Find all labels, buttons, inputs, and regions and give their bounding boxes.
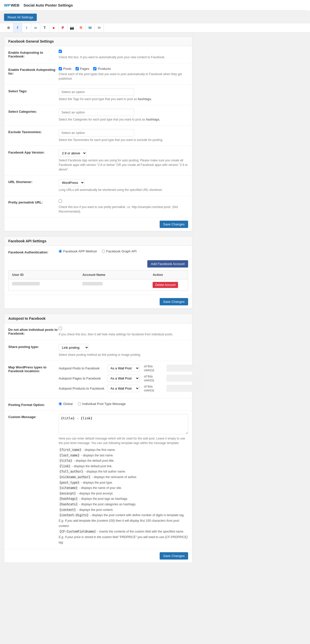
pretty-permalink-field: Check this box if you want to use pretty…: [59, 199, 188, 214]
autopost-save-button[interactable]: Save Changes: [160, 552, 188, 560]
url-shortener-select[interactable]: WordPress Bit.ly None: [59, 179, 85, 186]
posting-individual-radio[interactable]: [78, 402, 81, 405]
logo-wp: WP: [4, 3, 10, 7]
page-title: Social Auto Poster Settings: [23, 3, 73, 7]
select-tags-desc: Select the Tags for each post type that …: [59, 97, 188, 101]
tab-linkedin[interactable]: in: [31, 23, 40, 32]
auth-graph-label: Facebook Graph API: [106, 249, 137, 253]
posting-global-radio[interactable]: [59, 402, 62, 405]
posting-individual-label: Individual Post Type Message: [82, 402, 126, 406]
facebook-general-settings-card: Facebook General Settings Enable Autopos…: [4, 37, 192, 231]
tab-pinterest[interactable]: P: [58, 23, 67, 32]
posts-checkbox[interactable]: [59, 67, 62, 70]
userid-header: User ID: [9, 270, 79, 279]
tag-first-name: {first_name} - displays the first name.: [59, 447, 188, 453]
enable-autoposting-row: Enable Autoposting to Facebook: Check th…: [4, 46, 192, 63]
custom-message-field: {title} - {link} Here you can enter defa…: [59, 414, 188, 545]
tab-all[interactable]: ⚙: [4, 23, 13, 32]
map-products-row: Autopost Products to Facebook As a Wall …: [59, 385, 203, 392]
tab-youtube[interactable]: ▶: [49, 23, 58, 32]
delete-account-button[interactable]: Delete Account: [153, 282, 178, 288]
share-type-field: Link posting Image posting Select share …: [59, 344, 188, 357]
products-checkbox[interactable]: [93, 67, 96, 70]
select-tags-input[interactable]: [59, 88, 134, 96]
auth-app-radio[interactable]: [59, 250, 62, 253]
map-pages-user-selector[interactable]: [166, 375, 203, 382]
enable-for-desc: Check each of the post types that you wa…: [59, 72, 188, 81]
map-pages-select[interactable]: As a Wall Post As a Page Post: [107, 375, 140, 382]
map-posts-users-label: of this user(s): [144, 364, 162, 372]
select-categories-desc: Select the Categories for each post type…: [59, 117, 188, 122]
template-tags-list: {first_name} - displays the first name. …: [59, 447, 188, 545]
share-type-label: Share posting type:: [8, 344, 59, 349]
posting-global-option[interactable]: Global: [59, 402, 73, 406]
select-categories-label: Select Categories:: [8, 109, 59, 113]
tab-instagram[interactable]: 📷: [67, 23, 77, 32]
account-cell: [79, 279, 149, 290]
account-value: [82, 282, 102, 285]
map-products-user-selector[interactable]: [166, 385, 203, 392]
custom-message-desc: Here you can enter default message which…: [59, 436, 188, 445]
add-facebook-account-button[interactable]: Add Facebook Account: [147, 260, 188, 268]
tab-email[interactable]: ✉: [95, 23, 104, 32]
map-pages-users-label: of this user(s): [144, 374, 162, 382]
tab-reddit[interactable]: R: [77, 23, 86, 32]
app-version-field: 2.8 or below 2.9 or above Select Faceboo…: [59, 150, 188, 172]
tag-content: {content} - displays the post content.: [59, 507, 188, 513]
tag-title: {title} - displays the default post titl…: [59, 458, 188, 464]
app-version-desc: Select Facebook App version you are usin…: [59, 158, 188, 172]
tab-twitter[interactable]: t: [22, 23, 31, 32]
no-individual-checkbox[interactable]: [59, 327, 62, 330]
exclude-taxonomies-desc: Select the Taxonomies for each post type…: [59, 138, 188, 142]
select-categories-input[interactable]: [59, 109, 134, 116]
auth-app-option[interactable]: Facebook APP Method: [59, 249, 97, 253]
exclude-taxonomies-row: Exclude Taxonomies: Select the Taxonomie…: [4, 126, 192, 146]
enable-autoposting-field: Check this box, if you want to automatic…: [59, 50, 188, 60]
pretty-permalink-checkbox[interactable]: [59, 199, 62, 203]
share-type-select[interactable]: Link posting Image posting: [59, 344, 89, 351]
map-locations-label: Map WordPress types to Facebook location…: [8, 364, 59, 373]
userid-value: [12, 282, 40, 285]
auth-graph-option[interactable]: Facebook Graph API: [102, 249, 137, 253]
tab-facebook[interactable]: f: [13, 23, 22, 32]
enable-for-row: Enable Facebook Autoposting for: Posts P…: [4, 63, 192, 85]
reset-all-button[interactable]: Reset All Settings: [4, 14, 37, 21]
url-shortener-label: URL Shortener:: [8, 179, 59, 184]
general-save-button[interactable]: Save Changes: [160, 221, 188, 228]
auth-row: Facebook Authentication: Facebook APP Me…: [4, 246, 192, 258]
custom-message-row: Custom Message: {title} - {link} Here yo…: [4, 411, 192, 549]
enable-autoposting-desc: Check this box, if you want to automatic…: [59, 55, 188, 60]
no-individual-row: Do not allow individual posts to Faceboo…: [4, 323, 192, 340]
tab-wordpress[interactable]: W: [86, 23, 95, 32]
auth-graph-radio[interactable]: [102, 250, 105, 253]
tab-tumblr[interactable]: T: [40, 23, 49, 32]
auth-field: Facebook APP Method Facebook Graph API: [59, 249, 188, 253]
map-posts-select[interactable]: As a Wall Post As a Page Post: [107, 365, 140, 372]
enable-autoposting-checkbox[interactable]: [59, 50, 62, 53]
url-shortener-field: WordPress Bit.ly None Long URLs will aut…: [59, 179, 188, 192]
select-categories-field: Select the Categories for each post type…: [59, 109, 188, 122]
app-version-select[interactable]: 2.8 or below 2.9 or above: [59, 150, 87, 157]
no-individual-desc: If you check this box, then it will hide…: [59, 332, 188, 337]
map-products-users-label: of this user(s): [144, 385, 162, 392]
custom-message-textarea[interactable]: {title} - {link}: [59, 414, 188, 434]
share-type-desc: Select share posting method as link post…: [59, 353, 188, 357]
pages-checkbox[interactable]: [76, 67, 79, 70]
posting-format-label: Posting Format Option:: [8, 402, 59, 407]
enable-for-field: Posts Pages Products Check each of the p…: [59, 67, 188, 81]
exclude-taxonomies-input[interactable]: [59, 129, 134, 136]
map-products-label: Autopost Products to Facebook: [59, 387, 105, 390]
products-label: Products: [98, 67, 111, 71]
posting-global-label: Global: [63, 402, 73, 406]
map-products-select[interactable]: As a Wall Post As a Page Post: [107, 385, 140, 392]
posting-individual-option[interactable]: Individual Post Type Message: [78, 402, 126, 406]
tag-excerpt: {excerpt} - displays the post excerpt.: [59, 491, 188, 496]
map-posts-user-selector[interactable]: [166, 365, 203, 372]
posting-format-row: Posting Format Option: Global Individual…: [4, 398, 192, 411]
api-save-button[interactable]: Save Changes: [160, 298, 188, 305]
posting-format-field: Global Individual Post Type Message: [59, 402, 188, 406]
no-individual-field: If you check this box, then it will hide…: [59, 327, 188, 337]
custom-message-label: Custom Message:: [8, 414, 59, 419]
tag-full-author: {full_author} - displays the full author…: [59, 469, 188, 475]
auth-label: Facebook Authentication:: [8, 249, 59, 254]
